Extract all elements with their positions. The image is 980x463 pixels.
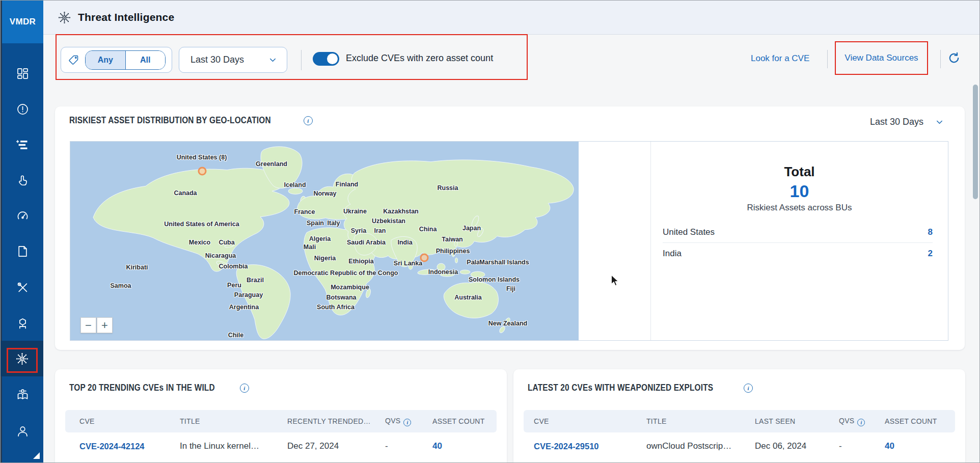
column-header[interactable]: ASSET COUNT xyxy=(885,417,955,425)
trending-cves-card: TOP 20 TRENDING CVEs IN THE WILD i CVETI… xyxy=(55,369,507,463)
learning-icon xyxy=(16,388,30,402)
divider xyxy=(301,50,302,70)
map-country-label: Norway xyxy=(313,190,336,197)
exclude-zero-assets-toggle[interactable] xyxy=(313,52,339,66)
table-row[interactable]: CVE-2024-29510ownCloud Postscrip…Dec 06,… xyxy=(524,432,955,460)
sidebar-item-user[interactable] xyxy=(2,416,43,446)
map-country-label: Philippines xyxy=(436,248,470,255)
asset-network-icon xyxy=(16,317,30,331)
vertical-scrollbar[interactable] xyxy=(973,85,978,199)
map-country-label: Kiribati xyxy=(126,264,148,271)
date-cell: Dec 27, 2024 xyxy=(287,441,385,451)
info-icon[interactable]: i xyxy=(403,419,411,426)
table-body: CVE-2024-42124In the Linux kernel…Dec 27… xyxy=(65,432,497,460)
cve-link[interactable]: CVE-2024-42124 xyxy=(79,442,180,451)
country-count[interactable]: 2 xyxy=(928,249,933,259)
any-button[interactable]: Any xyxy=(86,51,125,69)
country-count[interactable]: 8 xyxy=(928,227,933,237)
sidebar-item-remediation[interactable] xyxy=(2,273,43,302)
sidebar-item-dashboard[interactable] xyxy=(2,59,43,88)
map-country-label: China xyxy=(419,226,437,233)
zoom-in-button[interactable]: + xyxy=(97,317,113,333)
page-title: Threat Intelligence xyxy=(78,11,174,23)
top-bar: Threat Intelligence xyxy=(43,1,979,35)
info-icon[interactable]: i xyxy=(304,116,313,125)
title-cell: In the Linux kernel… xyxy=(180,441,287,451)
logo-fold-triangle xyxy=(33,452,40,459)
total-label: Total xyxy=(651,164,948,180)
exclude-toggle-label: Exclude CVEs with zero asset count xyxy=(346,53,493,64)
look-for-cve-link[interactable]: Look for a CVE xyxy=(751,53,809,64)
column-header[interactable]: TITLE xyxy=(646,417,755,425)
map-country-label: New Zealand xyxy=(488,320,527,327)
column-header[interactable]: ASSET COUNT xyxy=(432,417,497,425)
qvs-cell: - xyxy=(839,441,885,451)
divider xyxy=(940,50,941,68)
sidebar-item-vulnerabilities[interactable] xyxy=(2,94,43,124)
map-country-label: France xyxy=(294,208,315,215)
column-header[interactable]: CVE xyxy=(79,417,180,425)
map-country-label: Japan xyxy=(462,225,481,232)
country-label: India xyxy=(663,249,682,259)
column-header[interactable]: QVSi xyxy=(839,417,885,426)
table-header: CVETITLERECENTLY TRENDED…QVSiASSET COUNT xyxy=(65,410,497,432)
any-all-segmented: Any All xyxy=(85,50,166,70)
map-country-label: Mali xyxy=(304,243,316,251)
sidebar-item-scans[interactable] xyxy=(2,201,43,231)
column-header[interactable]: QVSi xyxy=(385,417,432,426)
total-subtitle: Riskiest Assets across BUs xyxy=(651,203,948,213)
column-header[interactable]: RECENTLY TRENDED… xyxy=(287,417,385,425)
map-country-label: Australia xyxy=(454,294,482,301)
zoom-out-button[interactable]: − xyxy=(80,317,96,333)
sidebar-item-prioritization[interactable] xyxy=(2,130,43,159)
geo-date-range-dropdown[interactable]: Last 30 Days xyxy=(870,117,944,127)
sidebar-item-knowledgebase[interactable] xyxy=(2,380,43,410)
map-country-label: Finland xyxy=(336,181,358,188)
table-row[interactable]: CVE-2024-42124In the Linux kernel…Dec 27… xyxy=(65,432,497,460)
tap-icon xyxy=(16,174,30,187)
trending-card-title: TOP 20 TRENDING CVEs IN THE WILD xyxy=(69,383,215,393)
info-icon[interactable]: i xyxy=(857,419,865,426)
info-icon[interactable]: i xyxy=(744,384,753,393)
geo-card-title: RISKIEST ASSET DISTRIBUTION BY GEO-LOCAT… xyxy=(69,115,271,126)
vmdr-logo[interactable]: VMDR xyxy=(2,1,43,43)
map-country-label: Nigeria xyxy=(314,255,336,262)
title-cell: ownCloud Postscrip… xyxy=(646,441,755,451)
info-icon[interactable]: i xyxy=(240,384,249,393)
map-asset-marker[interactable] xyxy=(420,254,429,262)
tools-icon xyxy=(16,281,30,294)
column-header[interactable]: TITLE xyxy=(180,417,287,425)
world-map[interactable]: United States (8)GreenlandCanadaIcelandN… xyxy=(70,142,579,340)
tag-icon[interactable] xyxy=(67,54,79,66)
map-asset-marker[interactable] xyxy=(198,167,207,175)
map-country-label: India xyxy=(397,239,412,246)
column-header[interactable]: LAST SEEN xyxy=(755,417,839,425)
threat-intelligence-icon xyxy=(15,352,29,366)
toggle-knob xyxy=(327,53,338,64)
sidebar-item-threat-intelligence[interactable] xyxy=(1,341,43,376)
date-range-dropdown[interactable]: Last 30 Days xyxy=(179,47,287,73)
map-country-label: Algeria xyxy=(309,235,331,242)
refresh-icon xyxy=(947,51,961,65)
weaponized-card-title: LATEST 20 CVEs WITH WEAPONIZED EXPLOITS xyxy=(528,383,713,393)
cve-link[interactable]: CVE-2024-29510 xyxy=(534,442,646,451)
map-country-label: Argentina xyxy=(229,304,259,311)
map-country-label: United States of America xyxy=(164,221,239,228)
divider xyxy=(827,50,828,68)
all-button[interactable]: All xyxy=(125,51,166,69)
column-header[interactable]: CVE xyxy=(534,417,646,425)
map-country-label: Fiji xyxy=(506,285,515,292)
sidebar-item-reports[interactable] xyxy=(2,236,43,266)
sidebar-item-responses[interactable] xyxy=(2,166,43,195)
sidebar-item-assets[interactable] xyxy=(2,309,43,338)
asset-count-cell[interactable]: 40 xyxy=(885,441,955,451)
map-country-label: Sri Lanka xyxy=(394,260,422,267)
asset-count-cell[interactable]: 40 xyxy=(432,441,497,451)
map-country-label: Saudi Arabia xyxy=(347,239,386,246)
map-zoom-controls: − + xyxy=(80,317,113,333)
alert-circle-icon xyxy=(16,102,30,116)
refresh-button[interactable] xyxy=(947,51,962,66)
geo-summary-row[interactable]: India 2 xyxy=(663,243,933,264)
geo-summary-row[interactable]: United States 8 xyxy=(663,222,933,243)
view-data-sources-link[interactable]: View Data Sources xyxy=(845,53,918,63)
